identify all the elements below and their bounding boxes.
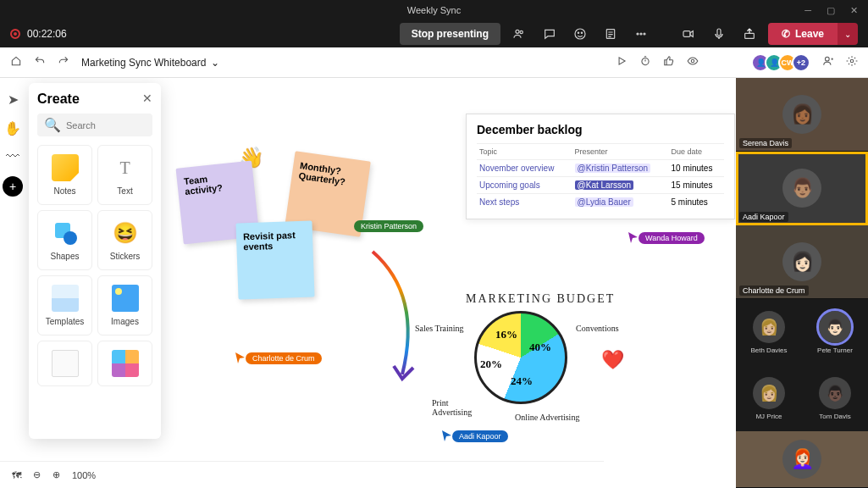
close-panel-icon[interactable]: ✕ (142, 92, 152, 105)
participant-small[interactable]: 👩🏼MJ Price (736, 365, 802, 431)
meeting-toolbar: 00:22:06 Stop presenting ✆Leave ⌄ (0, 20, 868, 47)
play-icon[interactable] (616, 55, 628, 69)
whiteboard-canvas[interactable]: ➤ ✋ 〰 + ✕ Create 🔍 Notes TText Shapes 😆S… (0, 78, 736, 488)
pen-tool-icon[interactable]: 〰 (3, 147, 22, 166)
people-icon[interactable] (507, 22, 531, 46)
svg-point-13 (691, 59, 694, 63)
redo-icon[interactable] (58, 55, 69, 69)
svg-point-2 (575, 29, 585, 39)
participant-tile[interactable]: 👩🏻Charlotte de Crum (736, 225, 868, 299)
add-content-button[interactable]: + (3, 176, 23, 197)
create-templates[interactable]: Templates (37, 275, 92, 336)
minimize-icon[interactable]: ─ (804, 5, 811, 16)
create-more-doc[interactable] (37, 341, 92, 386)
create-panel: ✕ Create 🔍 Notes TText Shapes 😆Stickers … (29, 83, 161, 439)
svg-rect-9 (683, 31, 690, 37)
window-title: Weekly Sync (407, 5, 461, 15)
participant-tile[interactable]: 👩🏻‍🦰 (736, 431, 868, 488)
like-icon[interactable] (663, 55, 675, 69)
table-title: December backlog (477, 123, 724, 136)
more-icon[interactable] (629, 22, 653, 46)
svg-point-8 (644, 33, 645, 35)
pointer-tool-icon[interactable]: ➤ (3, 90, 22, 108)
close-icon[interactable]: ✕ (850, 5, 858, 16)
window-titlebar: Weekly Sync ─ ▢ ✕ (0, 0, 868, 20)
table-row: Next steps@Lydia Bauer5 minutes (477, 194, 724, 211)
table-row: November overview@Kristin Patterson10 mi… (477, 160, 724, 177)
whiteboard-toolbar: Marketing Sync Whiteboard ⌄ 👤 👤 CW +2 (0, 47, 868, 78)
create-more-grid[interactable] (97, 341, 152, 386)
leave-dropdown[interactable]: ⌄ (838, 23, 858, 45)
participant-small[interactable]: 👨🏻Pete Turner (802, 299, 868, 365)
meeting-timer: 00:22:06 (27, 28, 67, 40)
settings-icon[interactable] (846, 55, 858, 69)
search-icon: 🔍 (44, 117, 61, 133)
reactions-icon[interactable] (568, 22, 592, 46)
presence-cursor-wanda: Wanda Howard (628, 232, 705, 244)
participant-small[interactable]: 👩🏼Beth Davies (736, 299, 802, 365)
search-input[interactable] (66, 120, 161, 130)
invite-icon[interactable] (822, 55, 834, 69)
svg-point-1 (520, 30, 522, 33)
zoom-in-icon[interactable]: ⊕ (53, 469, 60, 480)
participant-tile[interactable]: 👩🏾Serena Davis (736, 78, 868, 152)
create-images[interactable]: Images (97, 275, 152, 336)
chat-icon[interactable] (538, 22, 561, 46)
participants-panel: 👩🏾Serena Davis 👨🏽Aadi Kapoor 👩🏻Charlotte… (736, 78, 868, 488)
svg-point-3 (578, 32, 578, 33)
svg-point-6 (637, 33, 639, 35)
timer-icon[interactable] (639, 55, 651, 69)
notes-icon[interactable] (599, 22, 622, 46)
pan-tool-icon[interactable]: ✋ (3, 119, 22, 137)
chevron-down-icon: ⌄ (211, 57, 219, 69)
table-row: Upcoming goals@Kat Larsson15 minutes (477, 177, 724, 194)
chart-title: MARKETING BUDGET (466, 292, 615, 306)
svg-point-0 (516, 30, 519, 33)
stop-presenting-button[interactable]: Stop presenting (400, 23, 500, 45)
heart-sticker-icon[interactable]: ❤️ (601, 349, 624, 371)
mic-icon[interactable] (707, 22, 731, 46)
svg-point-4 (581, 32, 582, 33)
backlog-table[interactable]: December backlog TopicPresenterDue date … (466, 114, 735, 219)
svg-rect-11 (745, 33, 755, 38)
zoom-level[interactable]: 100% (72, 470, 96, 480)
arrow-drawing (356, 247, 432, 383)
participant-tile[interactable]: 👨🏽Aadi Kapoor (736, 152, 868, 225)
map-icon[interactable]: 🗺 (12, 470, 21, 480)
svg-point-15 (850, 59, 854, 63)
presence-cursor-aadi: Aadi Kapoor (442, 430, 508, 442)
share-icon[interactable] (738, 22, 761, 46)
create-shapes[interactable]: Shapes (37, 210, 92, 270)
create-text[interactable]: TText (97, 145, 152, 205)
sticky-note-blue[interactable]: Revisit past events (235, 220, 314, 299)
create-search[interactable]: 🔍 (37, 114, 152, 136)
svg-point-14 (826, 57, 830, 61)
home-icon[interactable] (10, 55, 22, 69)
participant-small[interactable]: 👨🏿Tom Davis (802, 365, 868, 431)
whiteboard-title[interactable]: Marketing Sync Whiteboard ⌄ (81, 57, 219, 69)
create-notes[interactable]: Notes (37, 145, 92, 205)
collaborator-avatars[interactable]: 👤 👤 CW +2 (756, 53, 810, 72)
create-stickers[interactable]: 😆Stickers (97, 210, 152, 270)
leave-button[interactable]: ✆Leave (768, 23, 838, 45)
undo-icon[interactable] (34, 55, 46, 69)
canvas-footer: 🗺 ⊖ ⊕ 100% (0, 461, 604, 488)
visibility-icon[interactable] (687, 55, 699, 69)
maximize-icon[interactable]: ▢ (827, 5, 835, 16)
create-heading: Create (37, 92, 152, 107)
camera-icon[interactable] (677, 22, 700, 46)
svg-point-7 (640, 33, 642, 35)
recording-indicator-icon (10, 29, 20, 39)
svg-rect-10 (717, 29, 721, 36)
zoom-out-icon[interactable]: ⊖ (33, 469, 41, 480)
presence-tag-kristin: Kristin Patterson (354, 220, 423, 232)
presence-cursor-charlotte: Charlotte de Crum (235, 352, 322, 364)
